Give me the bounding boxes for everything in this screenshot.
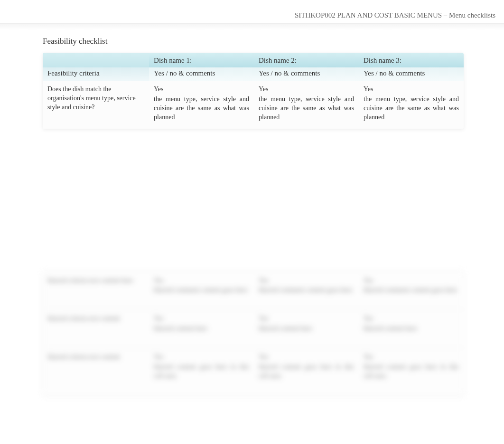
answer-value: Yes [259,353,354,362]
answer-comment: blurred content here [259,324,354,333]
header-dish-3: Dish name 3: [359,53,464,67]
answer-value: Yes [259,314,354,323]
page-title: Feasibility checklist [43,37,464,46]
answer-comment: blurred content goes here in this cell a… [364,363,459,381]
header-criteria: Feasibility criteria [43,67,149,81]
table-row: blurred criteria text content Yes blurre… [43,348,464,395]
answer-value: Yes [364,276,459,285]
header-divider [0,23,504,30]
dish-3-cell: Yes blurred comment content goes here [359,271,464,310]
answer-comment: blurred content goes here in this cell a… [259,363,354,381]
table-row: Does the dish match the organisation's m… [43,81,464,129]
criteria-cell: blurred criteria text content [43,348,149,395]
answer-value: Yes [154,85,249,94]
dish-3-cell: Yes blurred content goes here in this ce… [359,348,464,395]
dish-1-cell: Yes blurred content here [149,310,254,348]
dish-3-cell: Yes the menu type, service style and cui… [359,81,464,129]
answer-value: Yes [259,276,354,285]
dish-1-cell: Yes the menu type, service style and cui… [149,81,254,129]
answer-comment: blurred comment content goes here [364,286,459,295]
answer-comment: the menu type, service style and cuisine… [154,95,249,122]
answer-value: Yes [154,314,249,323]
table-row: blurred criteria text content Yes blurre… [43,310,464,348]
blurred-table-wrap: blurred criteria text content here Yes b… [43,271,464,395]
subhead-2: Yes / no & comments [254,67,359,81]
dish-2-cell: Yes the menu type, service style and cui… [254,81,359,129]
dish-1-cell: Yes blurred content goes here in this ce… [149,348,254,395]
dish-1-cell: Yes blurred comment content goes here [149,271,254,310]
main-content: Feasibility checklist Dish name 1: Dish … [0,30,504,395]
subhead-3: Yes / no & comments [359,67,464,81]
dish-2-cell: Yes blurred content goes here in this ce… [254,348,359,395]
dish-3-cell: Yes blurred content here [359,310,464,348]
table-header-row-1: Dish name 1: Dish name 2: Dish name 3: [43,53,464,67]
answer-comment: the menu type, service style and cuisine… [364,95,459,122]
blurred-preview: blurred criteria text content here Yes b… [43,271,464,395]
criteria-cell: Does the dish match the organisation's m… [43,81,149,129]
answer-value: Yes [154,353,249,362]
page-header: SITHKOP002 PLAN AND COST BASIC MENUS – M… [0,0,504,23]
table-row: blurred criteria text content here Yes b… [43,271,464,310]
answer-comment: the menu type, service style and cuisine… [259,95,354,122]
answer-comment: blurred comment content goes here [259,286,354,295]
criteria-cell: blurred criteria text content [43,310,149,348]
blurred-table: blurred criteria text content here Yes b… [43,271,464,395]
answer-comment: blurred content here [364,324,459,333]
answer-value: Yes [364,85,459,94]
checklist-table: Dish name 1: Dish name 2: Dish name 3: F… [43,53,464,129]
checklist-table-wrap: Dish name 1: Dish name 2: Dish name 3: F… [43,53,464,129]
answer-value: Yes [154,276,249,285]
answer-comment: blurred content goes here in this cell a… [154,363,249,381]
header-dish-1: Dish name 1: [149,53,254,67]
criteria-cell: blurred criteria text content here [43,271,149,310]
answer-value: Yes [364,353,459,362]
answer-value: Yes [364,314,459,323]
header-dish-2: Dish name 2: [254,53,359,67]
subhead-1: Yes / no & comments [149,67,254,81]
header-empty [43,53,149,67]
dish-2-cell: Yes blurred comment content goes here [254,271,359,310]
answer-comment: blurred content here [154,324,249,333]
answer-comment: blurred comment content goes here [154,286,249,295]
answer-value: Yes [259,85,354,94]
dish-2-cell: Yes blurred content here [254,310,359,348]
breadcrumb: SITHKOP002 PLAN AND COST BASIC MENUS – M… [295,11,495,19]
table-header-row-2: Feasibility criteria Yes / no & comments… [43,67,464,81]
